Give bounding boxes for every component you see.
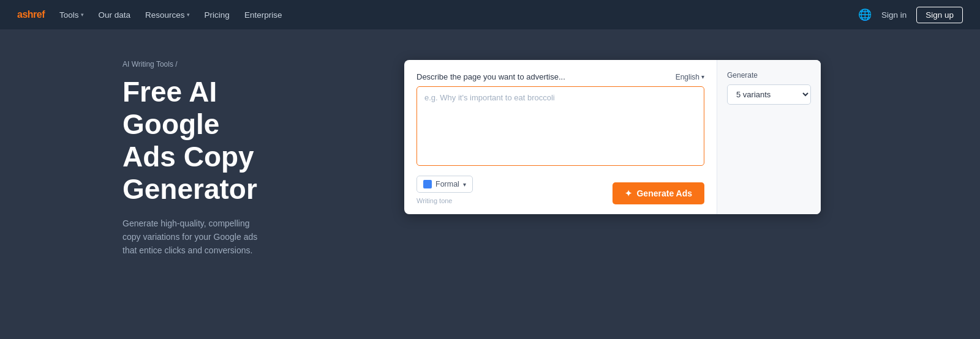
globe-icon[interactable]: 🌐 <box>858 8 872 21</box>
breadcrumb: AI Writing Tools / <box>123 60 270 69</box>
language-selector[interactable]: English ▾ <box>676 73 704 81</box>
nav-tools[interactable]: Tools ▾ <box>59 10 84 20</box>
page-subtitle: Generate high-quality, compelling copy v… <box>123 217 270 258</box>
chevron-down-icon: ▾ <box>701 73 704 80</box>
tone-label: Writing tone <box>417 197 473 204</box>
tone-selector[interactable]: Formal ▾ <box>417 176 473 193</box>
hero-section: AI Writing Tools / Free AI Google Ads Co… <box>0 29 980 339</box>
tool-card-side: Generate 1 variant 3 variants 5 variants… <box>717 60 821 214</box>
sign-in-button[interactable]: Sign in <box>881 10 907 20</box>
navbar: ashref Tools ▾ Our data Resources ▾ Pric… <box>0 0 980 29</box>
tool-card-main: Describe the page you want to advertise.… <box>404 60 717 214</box>
ad-description-input[interactable] <box>417 86 704 166</box>
bottom-row: Formal ▾ Writing tone ✦ Generate Ads <box>417 176 704 204</box>
hero-left: AI Writing Tools / Free AI Google Ads Co… <box>0 54 270 339</box>
sign-up-button[interactable]: Sign up <box>916 7 963 23</box>
nav-our-data[interactable]: Our data <box>99 10 131 20</box>
generate-ads-button[interactable]: ✦ Generate Ads <box>612 182 704 204</box>
chevron-down-icon: ▾ <box>187 12 190 18</box>
nav-enterprise[interactable]: Enterprise <box>244 10 282 20</box>
nav-resources[interactable]: Resources ▾ <box>145 10 190 20</box>
input-label: Describe the page you want to advertise.… <box>417 72 565 81</box>
tone-section: Formal ▾ Writing tone <box>417 176 473 204</box>
language-value: English <box>676 73 699 81</box>
nav-left: ashref Tools ▾ Our data Resources ▾ Pric… <box>17 9 282 20</box>
generate-label: Generate <box>727 71 811 80</box>
logo-text: shref <box>22 9 45 20</box>
nav-pricing[interactable]: Pricing <box>205 10 230 20</box>
input-label-row: Describe the page you want to advertise.… <box>417 72 704 81</box>
generate-button-label: Generate Ads <box>636 188 692 198</box>
variants-select[interactable]: 1 variant 3 variants 5 variants 10 varia… <box>727 84 811 105</box>
sparkle-icon: ✦ <box>625 188 632 198</box>
logo[interactable]: ashref <box>17 9 45 20</box>
tone-icon <box>423 180 432 188</box>
tool-card: Describe the page you want to advertise.… <box>404 60 821 214</box>
tone-value: Formal <box>435 180 459 188</box>
page-title: Free AI Google Ads Copy Generator <box>123 76 270 206</box>
tool-card-wrapper: Describe the page you want to advertise.… <box>270 54 980 339</box>
nav-right: 🌐 Sign in Sign up <box>858 7 963 23</box>
chevron-down-icon: ▾ <box>463 181 466 188</box>
chevron-down-icon: ▾ <box>81 12 84 18</box>
